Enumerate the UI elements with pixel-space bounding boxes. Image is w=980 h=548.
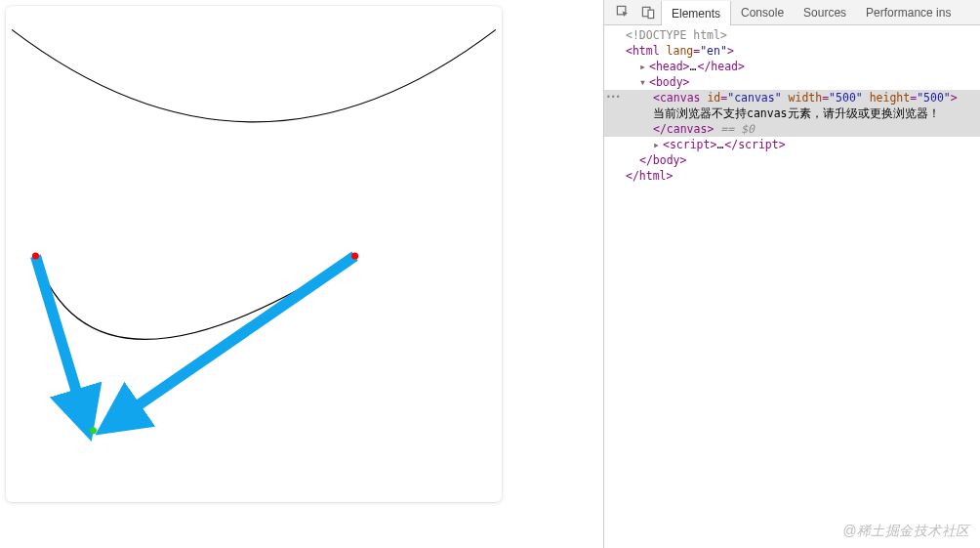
collapse-icon[interactable]: ▾ xyxy=(639,74,649,90)
watermark: @稀土掘金技术社区 xyxy=(842,523,970,540)
inspect-icon[interactable] xyxy=(610,0,635,24)
end-point-2 xyxy=(351,252,358,259)
dom-head[interactable]: <head> xyxy=(649,60,690,73)
expand-icon[interactable]: ▸ xyxy=(639,59,649,74)
svg-rect-2 xyxy=(648,10,654,18)
dom-body-close[interactable]: </body> xyxy=(639,153,686,167)
dom-html-close[interactable]: </html> xyxy=(626,169,673,183)
selected-indicator-icon: ••• xyxy=(604,90,620,105)
tab-elements[interactable]: Elements xyxy=(661,1,731,26)
preview-pane xyxy=(0,0,603,548)
canvas-card xyxy=(6,6,502,502)
devtools-tabbar: Elements Console Sources Performance ins xyxy=(604,0,980,25)
dom-tree[interactable]: <!DOCTYPE html> <html lang="en"> <html l… xyxy=(604,25,980,548)
dom-canvas-row[interactable]: ••• <canvas id="canvas" width="500" heig… xyxy=(604,90,980,105)
tab-console[interactable]: Console xyxy=(731,0,794,24)
dom-script[interactable]: <script> xyxy=(663,138,716,151)
devtools-panel: Elements Console Sources Performance ins… xyxy=(603,0,980,548)
dom-canvas-close[interactable]: </canvas> == $0 xyxy=(604,121,980,137)
device-icon[interactable] xyxy=(635,0,661,24)
mid-curve xyxy=(35,256,354,339)
tab-sources[interactable]: Sources xyxy=(794,0,856,24)
canvas-svg xyxy=(6,6,502,502)
arrow-1 xyxy=(35,256,85,421)
dom-canvas-text[interactable]: 当前浏览器不支持canvas元素，请升级或更换浏览器！ xyxy=(604,105,980,121)
control-point xyxy=(90,427,97,434)
dom-doctype: <!DOCTYPE html> xyxy=(626,28,727,42)
top-curve xyxy=(12,29,496,121)
tab-performance[interactable]: Performance ins xyxy=(856,0,960,24)
dom-body-open[interactable]: <body> xyxy=(649,75,690,89)
dom-html-open[interactable]: <html lang="en"> xyxy=(626,44,734,58)
expand-icon[interactable]: ▸ xyxy=(653,137,663,152)
end-point-1 xyxy=(32,252,39,259)
